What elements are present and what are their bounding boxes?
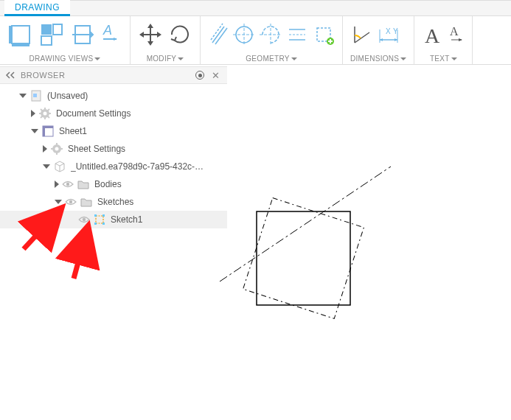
browser-panel: BROWSER ✕ (Unsaved) Document S [0,66,227,231]
svg-line-40 [47,109,49,111]
svg-rect-5 [41,36,52,45]
disclosure-icon[interactable] [43,145,47,153]
svg-line-39 [47,116,49,118]
text-icon[interactable]: A [422,22,444,47]
svg-rect-57 [94,223,97,225]
ribbon-group-label: DIMENSIONS [350,55,406,63]
svg-line-38 [41,109,43,111]
svg-line-63 [74,230,87,279]
svg-point-51 [66,183,69,186]
svg-rect-0 [12,26,29,43]
node-label: Bodies [94,179,122,189]
projected-view-icon[interactable] [38,21,65,48]
base-view-icon[interactable] [7,21,34,48]
disclosure-icon[interactable] [19,94,27,98]
disclosure-icon[interactable] [31,110,35,117]
drawing-doc-icon [29,89,43,102]
node-label: (Unsaved) [47,91,88,101]
browser-header: BROWSER ✕ [0,66,227,84]
ribbon-tabs: DRAWING [0,0,511,16]
node-label: Sketch1 [111,214,142,225]
gear-icon [38,107,52,120]
move-icon[interactable] [138,22,163,47]
visibility-eye-icon[interactable] [65,196,77,208]
panel-options-icon[interactable] [195,71,204,80]
tree-node-sheet1[interactable]: Sheet1 [0,122,227,140]
node-label: Sketches [97,197,133,207]
folder-icon [77,178,90,191]
svg-line-41 [41,116,43,118]
svg-rect-56 [102,214,105,217]
close-panel-icon[interactable]: ✕ [209,70,223,81]
tree-node-sketch1[interactable]: Sketch1 [0,211,227,228]
tree-node-bodies[interactable]: Bodies [0,175,227,193]
edge-extension-icon[interactable] [286,22,308,47]
visibility-eye-icon[interactable] [62,178,74,190]
ribbon-group-label: TEXT [422,55,465,63]
node-label: Sheet Settings [68,144,125,154]
collapse-panel-icon[interactable] [4,69,16,81]
center-mark-circle-icon[interactable] [233,22,255,47]
disclosure-icon[interactable] [43,164,50,169]
tree-node-sheet-settings[interactable]: Sheet Settings [0,140,227,158]
svg-rect-58 [102,223,105,225]
sketch-icon [93,213,106,226]
svg-point-52 [69,200,72,203]
gear-icon [50,142,63,155]
disclosure-icon[interactable] [31,129,38,133]
svg-text:A: A [102,23,112,38]
component-icon [53,160,66,173]
sketch-geometry-icon[interactable] [313,22,335,47]
node-label: Sheet1 [59,126,87,136]
ribbon-group-dimensions: XY DIMENSIONS [343,16,414,64]
browser-title: BROWSER [21,71,191,80]
svg-rect-3 [41,24,52,35]
svg-point-33 [44,112,47,116]
tree-node-component[interactable]: _Untitled.ea798d9c-7a95-432c-… [0,158,227,175]
leader-text-icon[interactable]: A [448,22,465,47]
ribbon-group-label: DRAWING VIEWS [7,55,122,63]
tab-drawing[interactable]: DRAWING [4,0,70,16]
svg-rect-4 [53,24,62,35]
ribbon-group-text: A A TEXT [414,16,473,64]
ribbon-group-label: MODIFY [138,55,192,63]
visibility-eye-icon[interactable] [78,214,90,225]
svg-rect-1 [9,26,12,43]
folder-icon [80,195,93,209]
center-mark-arc-icon[interactable] [260,22,282,47]
svg-point-46 [55,147,59,151]
svg-text:A: A [450,25,459,38]
dimension-angle-icon[interactable] [350,22,372,47]
svg-rect-60 [243,198,364,319]
node-label: Document Settings [56,108,131,119]
ribbon-group-modify: MODIFY [131,16,201,64]
ribbon: A DRAWING VIEWS MODIFY [0,16,511,65]
svg-rect-59 [257,211,350,305]
tree-node-root[interactable]: (Unsaved) [0,87,227,105]
browser-tree: (Unsaved) Document Settings Sheet1 [0,84,227,231]
tree-node-sketches[interactable]: Sketches [0,193,227,211]
centerline-icon[interactable] [208,22,229,47]
sheet-icon [41,125,55,138]
svg-rect-54 [96,216,103,223]
disclosure-icon[interactable] [55,181,59,188]
svg-rect-31 [33,94,37,97]
dimension-linear-icon[interactable]: XY [377,22,400,47]
svg-text:X: X [386,27,391,35]
svg-rect-2 [12,43,29,46]
ribbon-group-geometry: GEOMETRY [201,16,343,64]
rotate-icon[interactable] [167,22,192,47]
section-view-icon[interactable] [69,21,96,48]
tree-node-doc-settings[interactable]: Document Settings [0,105,227,122]
ribbon-group-label: GEOMETRY [208,55,335,63]
detail-view-icon[interactable]: A [100,21,122,48]
content-area: BROWSER ✕ (Unsaved) Document S [0,65,511,420]
svg-rect-55 [94,214,97,217]
svg-point-53 [83,218,86,221]
svg-line-61 [220,167,391,281]
svg-rect-44 [43,126,45,136]
ribbon-group-drawing-views: A DRAWING VIEWS [0,16,131,64]
disclosure-icon[interactable] [55,200,62,204]
node-label: _Untitled.ea798d9c-7a95-432c-… [71,161,204,172]
svg-text:A: A [425,24,440,47]
